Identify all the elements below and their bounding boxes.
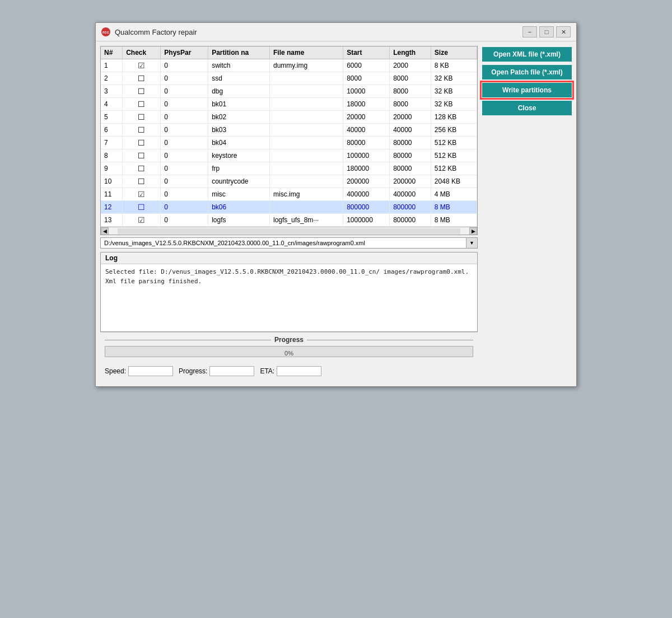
cell-length: 2000 xyxy=(390,59,431,72)
cell-n: 12 xyxy=(101,201,123,214)
cell-length: 200000 xyxy=(390,175,431,188)
cell-physpar: 0 xyxy=(161,124,208,137)
partition-table: N# Check PhysPar Partition na File name … xyxy=(101,46,477,227)
cell-check[interactable]: ☐ xyxy=(123,98,161,111)
cell-size: 512 KB xyxy=(431,137,477,149)
cell-size: 32 KB xyxy=(431,72,477,85)
cell-length: 80000 xyxy=(390,162,431,175)
close-button[interactable]: Close xyxy=(482,101,572,115)
cell-check[interactable]: ☐ xyxy=(123,175,161,188)
log-header: Log xyxy=(101,252,477,264)
open-xml-button[interactable]: Open XML file (*.xml) xyxy=(482,47,572,62)
table-row[interactable]: 12 ☐ 0 bk06 800000 800000 8 MB xyxy=(101,201,477,214)
table-row[interactable]: 3 ☐ 0 dbg 10000 8000 32 KB xyxy=(101,85,477,98)
table-row[interactable]: 4 ☐ 0 bk01 18000 8000 32 KB xyxy=(101,98,477,111)
cell-physpar: 0 xyxy=(161,214,208,227)
eta-input[interactable] xyxy=(277,366,321,376)
cell-check[interactable]: ☐ xyxy=(123,85,161,98)
open-patch-button[interactable]: Open Patch file (*.xml) xyxy=(482,65,572,79)
cell-n: 8 xyxy=(101,149,123,162)
bottom-row: Speed: Progress: ETA: xyxy=(105,364,473,377)
table-row[interactable]: 7 ☐ 0 bk04 80000 80000 512 KB xyxy=(101,137,477,149)
table-row[interactable]: 10 ☐ 0 countrycode 200000 200000 2048 KB xyxy=(101,175,477,188)
left-panel: N# Check PhysPar Partition na File name … xyxy=(100,46,478,382)
cell-physpar: 0 xyxy=(161,98,208,111)
cell-n: 2 xyxy=(101,72,123,85)
cell-check[interactable]: ☐ xyxy=(123,201,161,214)
table-row[interactable]: 9 ☐ 0 frp 180000 80000 512 KB xyxy=(101,162,477,175)
scroll-right-button[interactable]: ▶ xyxy=(469,227,477,235)
cell-physpar: 0 xyxy=(161,59,208,72)
scrollbar-track[interactable] xyxy=(118,228,460,234)
cell-check[interactable]: ☐ xyxy=(123,111,161,124)
cell-check[interactable]: ☐ xyxy=(123,149,161,162)
progress-input[interactable] xyxy=(209,366,254,376)
cell-filename xyxy=(269,149,343,162)
dropdown-arrow-icon[interactable]: ▼ xyxy=(466,238,477,248)
cell-n: 6 xyxy=(101,124,123,137)
cell-n: 3 xyxy=(101,85,123,98)
progress-label: Progress xyxy=(274,336,304,344)
cell-filename: dummy.img xyxy=(269,59,343,72)
cell-length: 8000 xyxy=(390,98,431,111)
cell-length: 800000 xyxy=(390,214,431,227)
cell-physpar: 0 xyxy=(161,111,208,124)
cell-check[interactable]: ☐ xyxy=(123,124,161,137)
cell-partition: misc xyxy=(208,188,270,201)
cell-start: 1000000 xyxy=(343,214,390,227)
speed-input[interactable] xyxy=(128,366,173,376)
cell-partition: dbg xyxy=(208,85,270,98)
cell-size: 512 KB xyxy=(431,162,477,175)
speed-field: Speed: xyxy=(105,366,173,376)
cell-length: 40000 xyxy=(390,124,431,137)
cell-length: 80000 xyxy=(390,149,431,162)
table-row[interactable]: 11 ☑ 0 misc misc.img 400000 400000 4 MB xyxy=(101,188,477,201)
write-partitions-button[interactable]: Write partitions xyxy=(482,83,572,97)
cell-check[interactable]: ☑ xyxy=(123,214,161,227)
cell-start: 80000 xyxy=(343,137,390,149)
close-window-button[interactable]: ✕ xyxy=(556,26,571,38)
cell-check[interactable]: ☑ xyxy=(123,59,161,72)
cell-size: 32 KB xyxy=(431,98,477,111)
cell-start: 6000 xyxy=(343,59,390,72)
table-scroll-area[interactable]: N# Check PhysPar Partition na File name … xyxy=(101,46,477,227)
table-row[interactable]: 6 ☐ 0 bk03 40000 40000 256 KB xyxy=(101,124,477,137)
cell-n: 13 xyxy=(101,214,123,227)
scroll-left-button[interactable]: ◀ xyxy=(101,227,109,235)
cell-check[interactable]: ☐ xyxy=(123,72,161,85)
log-section: Log Selected file: D:/venus_images_V12.5… xyxy=(100,252,478,332)
cell-start: 20000 xyxy=(343,111,390,124)
col-header-physpar: PhysPar xyxy=(161,46,208,59)
maximize-button[interactable]: □ xyxy=(539,26,554,38)
cell-length: 8000 xyxy=(390,72,431,85)
path-input[interactable] xyxy=(101,238,466,248)
cell-n: 9 xyxy=(101,162,123,175)
cell-filename xyxy=(269,137,343,149)
cell-start: 180000 xyxy=(343,162,390,175)
cell-size: 4 MB xyxy=(431,188,477,201)
cell-size: 32 KB xyxy=(431,85,477,98)
table-row[interactable]: 1 ☑ 0 switch dummy.img 6000 2000 8 KB xyxy=(101,59,477,72)
cell-size: 256 KB xyxy=(431,124,477,137)
table-row[interactable]: 13 ☑ 0 logfs logfs_ufs_8m··· 1000000 800… xyxy=(101,214,477,227)
cell-size: 8 KB xyxy=(431,59,477,72)
cell-physpar: 0 xyxy=(161,188,208,201)
cell-check[interactable]: ☑ xyxy=(123,188,161,201)
progress-field: Progress: xyxy=(179,366,254,376)
table-row[interactable]: 2 ☐ 0 ssd 8000 8000 32 KB xyxy=(101,72,477,85)
cell-n: 10 xyxy=(101,175,123,188)
table-row[interactable]: 8 ☐ 0 keystore 100000 80000 512 KB xyxy=(101,149,477,162)
path-dropdown[interactable]: ▼ xyxy=(100,237,478,249)
table-row[interactable]: 5 ☐ 0 bk02 20000 20000 128 KB xyxy=(101,111,477,124)
cell-partition: logfs xyxy=(208,214,270,227)
cell-filename xyxy=(269,175,343,188)
cell-partition: ssd xyxy=(208,72,270,85)
speed-label: Speed: xyxy=(105,367,126,375)
cell-length: 20000 xyxy=(390,111,431,124)
cell-check[interactable]: ☐ xyxy=(123,162,161,175)
cell-partition: frp xyxy=(208,162,270,175)
minimize-button[interactable]: − xyxy=(522,26,537,38)
horizontal-scrollbar[interactable]: ◀ ▶ xyxy=(101,227,477,235)
cell-start: 100000 xyxy=(343,149,390,162)
cell-check[interactable]: ☐ xyxy=(123,137,161,149)
